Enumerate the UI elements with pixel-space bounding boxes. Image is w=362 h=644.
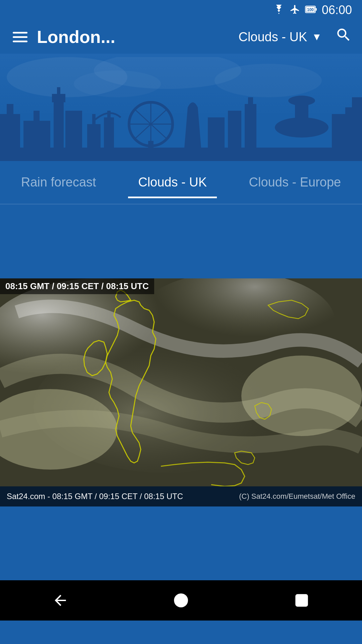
home-button[interactable]: [171, 590, 191, 610]
svg-rect-2: [315, 8, 317, 11]
svg-point-43: [175, 594, 187, 607]
view-selector-dropdown[interactable]: Clouds - UK ▼: [238, 30, 322, 44]
status-icons: 100 06:00: [273, 3, 352, 17]
svg-rect-27: [208, 117, 225, 148]
svg-rect-29: [245, 104, 256, 148]
satellite-image-canvas: [0, 278, 362, 486]
svg-rect-36: [352, 97, 362, 114]
tab-rain-forecast[interactable]: Rain forecast: [11, 168, 106, 197]
chevron-down-icon: ▼: [312, 31, 322, 43]
airplane-icon: [290, 4, 300, 16]
svg-rect-10: [7, 104, 13, 114]
svg-rect-15: [57, 87, 60, 96]
svg-point-33: [288, 96, 315, 106]
android-nav-bar: [0, 580, 362, 621]
svg-rect-8: [0, 148, 362, 161]
content-area: [0, 205, 362, 278]
search-button[interactable]: [335, 26, 352, 47]
svg-rect-12: [34, 111, 40, 121]
wifi-icon: [273, 5, 285, 15]
svg-rect-16: [65, 111, 82, 148]
satellite-footer-right-text: (C) Sat24.com/Eumetsat/Met Office: [239, 492, 355, 501]
satellite-timestamp-top: 08:15 GMT / 09:15 CET / 08:15 UTC: [0, 278, 154, 294]
satellite-image-section: 08:15 GMT / 09:15 CET / 08:15 UTC: [0, 278, 362, 486]
recent-apps-button[interactable]: [292, 590, 312, 610]
svg-rect-44: [296, 595, 307, 606]
top-bar: London... Clouds - UK ▼: [0, 20, 362, 54]
menu-button[interactable]: [10, 29, 30, 45]
svg-text:100: 100: [307, 7, 314, 12]
svg-rect-30: [248, 97, 253, 106]
back-button[interactable]: [50, 590, 70, 610]
tabs-bar: Rain forecast Clouds - UK Clouds - Europ…: [0, 161, 362, 205]
svg-rect-9: [0, 114, 20, 148]
satellite-footer-left-text: Sat24.com - 08:15 GMT / 09:15 CET / 08:1…: [7, 492, 183, 501]
time-display: 06:00: [322, 3, 352, 17]
tab-clouds-europe[interactable]: Clouds - Europe: [239, 168, 351, 197]
svg-rect-17: [87, 124, 101, 148]
satellite-footer: Sat24.com - 08:15 GMT / 09:15 CET / 08:1…: [0, 486, 362, 506]
tab-clouds-uk[interactable]: Clouds - UK: [128, 168, 217, 199]
bottom-blue-area: [0, 506, 362, 580]
city-title: London...: [37, 27, 232, 47]
status-bar: 100 06:00: [0, 0, 362, 20]
dropdown-label: Clouds - UK: [238, 30, 307, 44]
svg-rect-26: [148, 141, 154, 148]
svg-rect-18: [104, 117, 114, 148]
battery-icon: 100: [305, 5, 317, 15]
skyline-hero: [0, 54, 362, 161]
svg-rect-13: [54, 101, 64, 148]
svg-rect-20: [107, 111, 111, 121]
svg-rect-28: [228, 111, 241, 148]
svg-rect-11: [23, 121, 50, 148]
